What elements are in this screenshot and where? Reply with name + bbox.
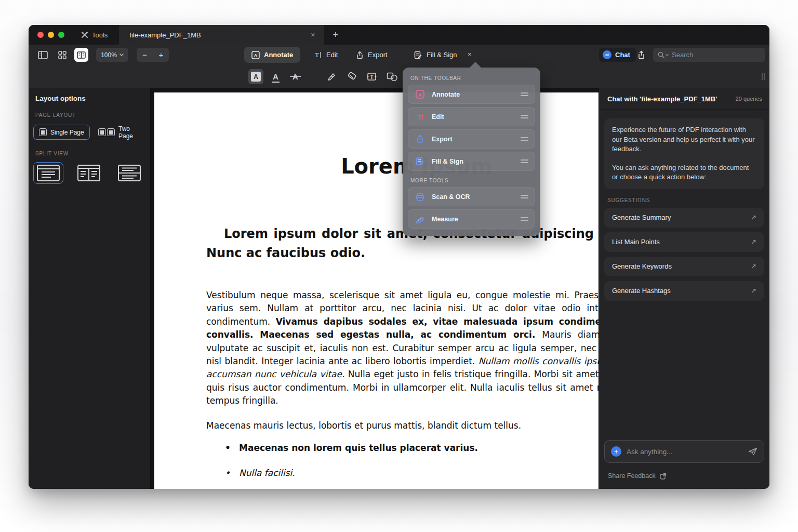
tab-close-icon[interactable]: × [308,30,318,40]
menu-item-annotate[interactable]: A Annotate [408,85,535,104]
two-page-button[interactable]: Two Page [93,125,150,140]
tab-fill-sign-label: Fill & Sign [427,51,457,59]
zoom-level-dropdown[interactable]: 100% [96,48,128,62]
share-feedback-link[interactable]: Share Feedback [599,463,769,489]
minimize-window-button[interactable] [48,32,54,38]
tab-export[interactable]: Export [349,47,395,63]
split-view-horizontal-button[interactable] [114,162,144,184]
sidebar-toggle-button[interactable] [36,48,49,62]
tab-document[interactable]: file-example_PDF_1MB × [119,25,324,45]
add-attachment-icon[interactable]: + [611,446,621,457]
arrow-ne-icon: ↗ [751,262,756,270]
fill-sign-icon [414,51,422,59]
single-page-button[interactable]: Single Page [33,125,90,140]
bullet-item: Maecenas non lorem quis tellus placerat … [206,442,598,455]
document-paragraph: Vestibulum neque massa, scelerisque sit … [206,289,598,408]
menu-section-more-tools: MORE TOOLS [410,178,533,183]
drag-handle[interactable] [521,115,528,118]
window-controls [29,25,72,45]
export-icon [356,51,364,59]
share-icon [637,50,645,59]
text-box-tool-button[interactable]: T [364,69,379,84]
svg-text:T: T [315,51,319,59]
chat-button[interactable]: ai Chat [599,48,636,62]
pen-tool-button[interactable] [324,69,339,84]
chevron-down-icon [119,54,124,56]
share-button[interactable] [635,49,647,61]
zoom-in-button[interactable]: + [153,48,169,62]
pen-icon [326,72,336,82]
eraser-tool-button[interactable] [344,69,359,84]
bullet-item: Nulla facilisi. [206,467,598,480]
tab-tools[interactable]: Tools [72,25,119,45]
tools-icon [81,31,88,38]
drag-handle[interactable] [521,137,528,141]
chat-panel: Chat with 'file-example_PDF_1MB' 20 quer… [598,88,769,489]
drag-handle[interactable] [521,92,528,96]
edit-text-icon: T [314,51,322,59]
reading-view-button[interactable] [74,48,88,62]
drag-handle[interactable] [521,159,528,163]
toolbar-customize-menu: ON THE TOOLBAR A Annotate T Edit Export [403,68,540,236]
split-vertical-icon [77,165,100,181]
tab-fill-sign[interactable]: Fill & Sign [407,47,464,63]
layout-options-panel: Layout options PAGE LAYOUT Single Page T… [29,88,151,489]
zoom-out-button[interactable]: − [137,48,153,62]
menu-item-edit[interactable]: T Edit [408,107,535,126]
strikethrough-tool-button[interactable]: A [288,69,303,84]
fill-sign-icon [415,157,425,166]
chat-input-bar[interactable]: + [604,440,764,463]
toolbar-resize-handle[interactable] [762,73,765,80]
search-input[interactable] [672,51,763,59]
send-button[interactable] [748,447,757,456]
titlebar: Tools file-example_PDF_1MB × + [29,25,769,45]
underline-icon: A [273,73,278,81]
edit-text-icon: T [415,113,425,121]
tools-tab-label: Tools [92,31,108,39]
chat-intro-text: You can ask anything related to the docu… [612,163,756,182]
split-view-single-button[interactable] [33,162,63,184]
menu-item-measure[interactable]: Measure [408,209,535,229]
close-window-button[interactable] [37,32,44,38]
highlight-tool-button[interactable]: A [248,69,263,84]
arrow-ne-icon: ↗ [751,238,756,246]
sidebar-panel-icon [38,51,48,59]
suggestion-generate-summary[interactable]: Generate Summary ↗ [604,208,764,228]
book-icon [77,51,86,59]
shapes-tool-button[interactable] [384,69,400,84]
thumbnails-view-button[interactable] [56,48,69,62]
split-single-icon [37,165,60,181]
toolbar-customize-close-button[interactable]: × [468,50,472,58]
zoom-level-value: 100% [101,51,117,59]
document-bullet-list: Maecenas non lorem quis tellus placerat … [206,442,598,480]
menu-item-fill-sign[interactable]: Fill & Sign [408,152,535,171]
split-view-vertical-button[interactable] [74,162,104,184]
strikethrough-icon: A [292,73,298,81]
menu-item-export[interactable]: Export [408,129,535,149]
chat-intro-text: Experience the future of PDF interaction… [612,125,756,154]
zoom-buttons: − + [137,48,169,62]
chat-input[interactable] [627,448,743,456]
text-box-icon: T [367,72,377,81]
new-tab-button[interactable]: + [324,25,347,45]
underline-tool-button[interactable]: A [268,69,283,84]
svg-text:A: A [254,52,258,58]
drag-handle[interactable] [521,217,528,221]
tab-edit[interactable]: T Edit [307,47,345,63]
suggestion-generate-hashtags[interactable]: Generate Hashtags ↗ [604,281,764,301]
menu-item-scan-ocr[interactable]: Scan & OCR [408,187,535,206]
search-field[interactable] [653,48,765,62]
zoom-window-button[interactable] [58,32,64,38]
suggestion-list-main-points[interactable]: List Main Points ↗ [604,232,764,252]
arrow-ne-icon: ↗ [751,287,756,295]
main-toolbar: 100% − + A Annotate T Edit Export Fill &… [29,45,769,65]
layout-options-title: Layout options [35,95,86,102]
eraser-icon [347,72,357,81]
single-page-icon [39,128,47,136]
chat-panel-title: Chat with 'file-example_PDF_1MB' [607,95,717,103]
arrow-ne-icon: ↗ [751,214,756,221]
page-layout-label: PAGE LAYOUT [35,112,76,118]
drag-handle[interactable] [521,195,528,198]
suggestion-generate-keywords[interactable]: Generate Keywords ↗ [604,257,764,276]
tab-annotate[interactable]: A Annotate [244,47,300,63]
